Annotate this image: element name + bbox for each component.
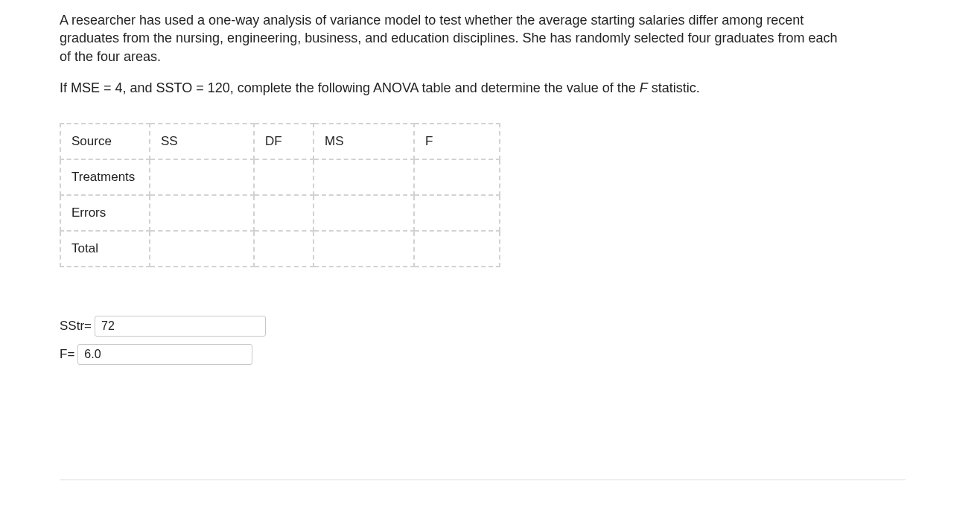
anova-total-label: Total — [60, 231, 150, 267]
anova-errors-df — [254, 195, 314, 231]
anova-errors-f — [414, 195, 500, 231]
anova-total-ss — [150, 231, 254, 267]
anova-total-f — [414, 231, 500, 267]
anova-row-treatments: Treatments — [60, 159, 500, 195]
anova-treatments-ms — [314, 159, 414, 195]
anova-row-errors: Errors — [60, 195, 500, 231]
anova-total-df — [254, 231, 314, 267]
f-label: F= — [60, 347, 74, 362]
anova-header-df: DF — [254, 124, 314, 159]
anova-header-f: F — [414, 124, 500, 159]
problem-p2-prefix: If MSE = 4, and SSTO = 120, complete the… — [60, 80, 640, 95]
anova-header-row: Source SS DF MS F — [60, 124, 500, 159]
f-input[interactable] — [77, 344, 252, 365]
anova-errors-ms — [314, 195, 414, 231]
anova-errors-label: Errors — [60, 195, 150, 231]
anova-header-ss: SS — [150, 124, 254, 159]
anova-table: Source SS DF MS F Treatments Errors — [60, 123, 500, 267]
divider — [60, 480, 906, 480]
sstr-input[interactable] — [95, 316, 266, 337]
anova-header-ms: MS — [314, 124, 414, 159]
anova-header-source: Source — [60, 124, 150, 159]
answers-block: SStr= F= — [60, 316, 920, 365]
anova-row-total: Total — [60, 231, 500, 267]
sstr-label: SStr= — [60, 319, 92, 334]
anova-treatments-label: Treatments — [60, 159, 150, 195]
problem-p2-italic-f: F — [640, 80, 648, 95]
anova-total-ms — [314, 231, 414, 267]
problem-paragraph-2: If MSE = 4, and SSTO = 120, complete the… — [60, 79, 849, 97]
problem-paragraph-1: A researcher has used a one-way analysis… — [60, 11, 849, 66]
problem-p2-suffix: statistic. — [648, 80, 700, 95]
anova-treatments-ss — [150, 159, 254, 195]
anova-treatments-df — [254, 159, 314, 195]
anova-errors-ss — [150, 195, 254, 231]
anova-treatments-f — [414, 159, 500, 195]
